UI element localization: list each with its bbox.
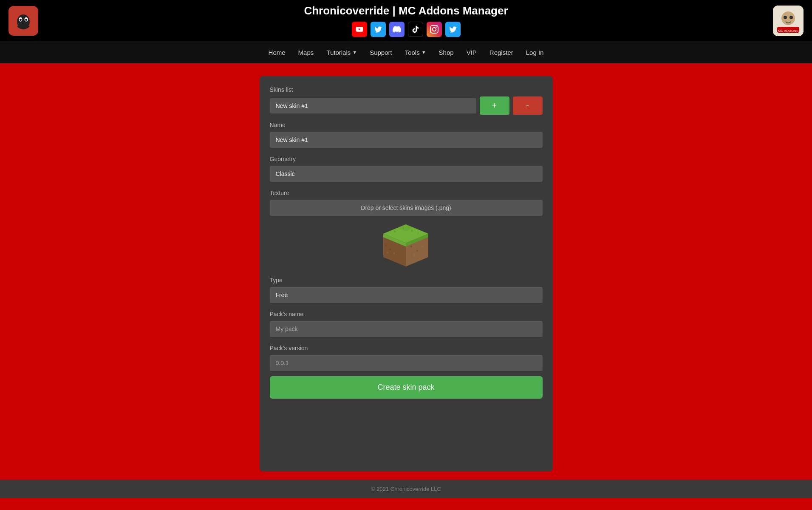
name-label: Name xyxy=(270,122,543,128)
remove-skin-button[interactable]: - xyxy=(513,96,543,115)
texture-label: Texture xyxy=(270,190,543,196)
create-skin-pack-button[interactable]: Create skin pack xyxy=(270,376,543,399)
grass-block-preview xyxy=(382,221,430,270)
social-icons-bar xyxy=(304,22,508,37)
type-label: Type xyxy=(270,277,543,283)
twitter-icon-1[interactable] xyxy=(371,22,386,37)
svg-rect-27 xyxy=(413,254,415,256)
type-input[interactable] xyxy=(270,287,543,303)
svg-point-4 xyxy=(25,19,27,21)
svg-rect-20 xyxy=(385,244,387,246)
svg-rect-21 xyxy=(389,249,391,250)
nav-register[interactable]: Register xyxy=(489,49,513,56)
nav-login[interactable]: Log In xyxy=(526,49,544,56)
footer-text: © 2021 Chronicoverride LLC xyxy=(371,486,441,492)
mc-addons-logo[interactable]: MC ADDONS xyxy=(773,6,804,36)
skins-list-row: + - xyxy=(270,96,543,115)
youtube-icon[interactable] xyxy=(352,22,367,37)
tiktok-icon[interactable] xyxy=(408,22,423,37)
skin-list-input[interactable] xyxy=(270,98,476,113)
navigation: Home Maps Tutorials ▼ Support Tools ▼ Sh… xyxy=(0,41,812,63)
nav-tutorials[interactable]: Tutorials ▼ xyxy=(326,49,357,56)
header: Chronicoverride | MC Addons Manager xyxy=(0,0,812,41)
footer: © 2021 Chronicoverride LLC xyxy=(0,480,812,498)
svg-rect-22 xyxy=(393,253,395,254)
svg-rect-26 xyxy=(422,246,423,247)
instagram-icon[interactable] xyxy=(427,22,442,37)
site-logo[interactable] xyxy=(8,6,38,36)
svg-rect-24 xyxy=(410,246,412,247)
pack-version-input[interactable] xyxy=(270,355,543,371)
pack-name-label: Pack's name xyxy=(270,311,543,317)
skin-pack-form: Skins list + - Name Geometry Texture Dro… xyxy=(260,76,553,471)
nav-support[interactable]: Support xyxy=(370,49,392,56)
svg-rect-23 xyxy=(387,252,388,253)
svg-point-3 xyxy=(20,19,22,21)
geometry-label: Geometry xyxy=(270,156,543,162)
pack-version-label: Pack's version xyxy=(270,345,543,351)
nav-home[interactable]: Home xyxy=(269,49,286,56)
nav-shop[interactable]: Shop xyxy=(439,49,454,56)
texture-preview xyxy=(270,221,543,270)
add-skin-button[interactable]: + xyxy=(480,96,509,115)
texture-drop-zone[interactable]: Drop or select skins images (.png) xyxy=(270,200,543,216)
geometry-input[interactable] xyxy=(270,166,543,182)
skins-list-label: Skins list xyxy=(270,86,543,93)
svg-point-8 xyxy=(789,16,793,19)
tools-chevron-icon: ▼ xyxy=(422,50,426,55)
svg-point-7 xyxy=(784,16,787,19)
header-center: Chronicoverride | MC Addons Manager xyxy=(304,4,508,37)
discord-icon[interactable] xyxy=(389,22,405,37)
twitter-icon-2[interactable] xyxy=(445,22,461,37)
nav-maps[interactable]: Maps xyxy=(298,49,314,56)
site-title: Chronicoverride | MC Addons Manager xyxy=(304,4,508,17)
svg-rect-18 xyxy=(411,230,413,232)
svg-text:MC ADDONS: MC ADDONS xyxy=(778,29,798,33)
main-content: Skins list + - Name Geometry Texture Dro… xyxy=(0,63,812,480)
mc-addons-icon: MC ADDONS xyxy=(773,6,804,36)
pack-name-input[interactable] xyxy=(270,321,543,337)
logo-icon xyxy=(13,10,34,31)
svg-rect-25 xyxy=(416,250,418,252)
nav-vip[interactable]: VIP xyxy=(467,49,477,56)
nav-tools[interactable]: Tools ▼ xyxy=(405,49,426,56)
name-input[interactable] xyxy=(270,132,543,148)
tutorials-chevron-icon: ▼ xyxy=(352,50,357,55)
